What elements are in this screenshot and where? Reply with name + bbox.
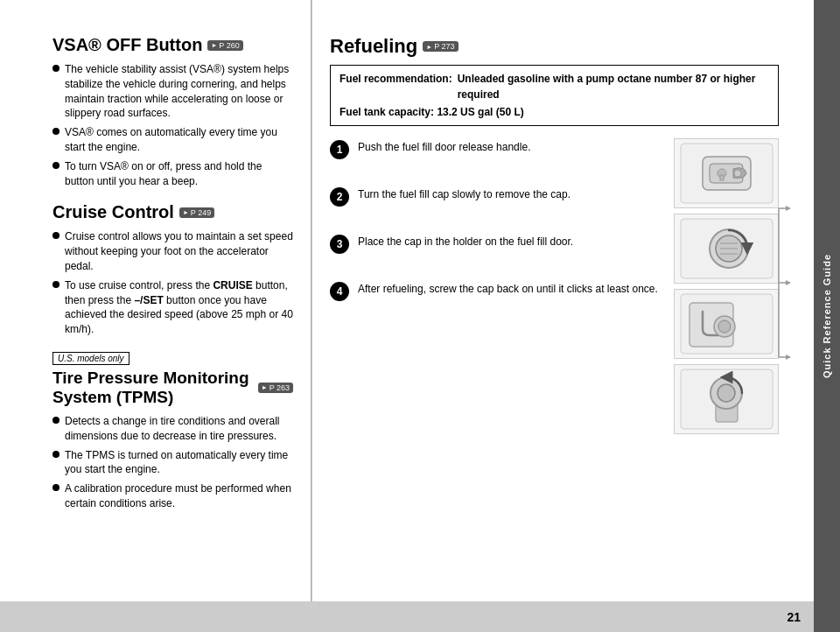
step-4: 4 After refueling, screw the cap back on…	[330, 280, 674, 301]
vsa-title: VSA® OFF Button P 260	[52, 35, 293, 55]
step-3: 3 Place the cap in the holder on the fue…	[330, 233, 674, 254]
step-images	[674, 138, 779, 434]
step-4-image	[674, 364, 779, 434]
step-3-number: 3	[330, 235, 349, 254]
vsa-bullet-list: The vehicle stability assist (VSA®) syst…	[52, 62, 293, 188]
step-2-image	[674, 214, 779, 284]
cruise-page-ref: P 249	[179, 207, 214, 218]
bullet-dot	[52, 232, 60, 239]
vsa-bullet-3: To turn VSA® on or off, press and hold t…	[52, 159, 293, 189]
cap-holder-illustration	[676, 290, 777, 358]
sidebar: Quick Reference Guide	[814, 0, 840, 632]
step-2-number: 2	[330, 187, 349, 207]
vsa-page-ref: P 260	[207, 40, 242, 51]
step-1-text: Push the fuel fill door release handle.	[358, 138, 674, 155]
step-4-number: 4	[330, 282, 349, 301]
cruise-title: Cruise Control P 249	[52, 202, 293, 222]
bullet-dot	[52, 281, 60, 288]
step-1-number: 1	[330, 140, 349, 159]
step-2-text: Turn the fuel fill cap slowly to remove …	[358, 186, 674, 202]
cruise-bullet-2: To use cruise control, press the CRUISE …	[52, 278, 293, 337]
tpms-bullet-2: The TPMS is turned on automatically ever…	[52, 448, 293, 478]
us-models-badge: U.S. models only	[52, 352, 130, 365]
cap-turn-illustration	[676, 214, 777, 283]
bullet-dot	[52, 484, 60, 491]
connector-arrow	[777, 173, 794, 395]
step-1: 1 Push the fuel fill door release handle…	[330, 138, 674, 159]
bullet-dot	[52, 451, 60, 458]
fuel-info-box: Fuel recommendation: Unleaded gasoline w…	[330, 65, 779, 126]
refueling-page-ref: P 273	[423, 41, 458, 52]
svg-rect-5	[720, 175, 724, 180]
steps-list: 1 Push the fuel fill door release handle…	[330, 138, 674, 434]
left-content: VSA® OFF Button P 260 The vehicle stabil…	[0, 0, 311, 632]
fuel-door-illustration	[676, 139, 777, 207]
vsa-section: VSA® OFF Button P 260 The vehicle stabil…	[52, 35, 293, 188]
cruise-bullet-1: Cruise control allows you to maintain a …	[52, 229, 293, 273]
bottom-bar: 21	[0, 601, 814, 632]
vsa-bullet-2: VSA® comes on automatically every time y…	[52, 125, 293, 155]
tpms-title: Tire Pressure Monitoring System (TPMS) P…	[52, 369, 293, 407]
cruise-section: Cruise Control P 249 Cruise control allo…	[52, 202, 293, 337]
tpms-bullet-1: Detects a change in tire conditions and …	[52, 414, 293, 444]
refueling-title: Refueling P 273	[330, 35, 779, 58]
tpms-bullet-3: A calibration procedure must be performe…	[52, 481, 293, 511]
step-3-text: Place the cap in the holder on the fuel …	[358, 233, 674, 249]
step-3-image	[674, 289, 779, 359]
page-number: 21	[787, 610, 801, 624]
fuel-recommendation: Fuel recommendation: Unleaded gasoline w…	[340, 71, 769, 102]
refueling-section: Refueling P 273 Fuel recommendation: Unl…	[330, 35, 779, 434]
svg-point-15	[718, 320, 731, 333]
step-1-image	[674, 138, 779, 208]
svg-point-19	[718, 384, 735, 402]
tpms-section: U.S. models only Tire Pressure Monitorin…	[52, 351, 293, 511]
tpms-bullet-list: Detects a change in tire conditions and …	[52, 414, 293, 511]
fuel-recommendation-value: Unleaded gasoline with a pump octane num…	[458, 71, 769, 102]
sidebar-label: Quick Reference Guide	[822, 254, 832, 378]
right-content: Refueling P 273 Fuel recommendation: Unl…	[312, 0, 814, 632]
svg-point-3	[734, 170, 741, 177]
tpms-page-ref: P 263	[258, 383, 293, 393]
bullet-dot	[52, 162, 60, 169]
step-2: 2 Turn the fuel fill cap slowly to remov…	[330, 186, 674, 207]
bullet-dot	[52, 417, 60, 424]
fuel-recommendation-label: Fuel recommendation:	[340, 71, 452, 102]
cruise-bullet-list: Cruise control allows you to maintain a …	[52, 229, 293, 337]
step-4-text: After refueling, screw the cap back on u…	[358, 280, 674, 297]
svg-marker-25	[786, 280, 791, 285]
vsa-bullet-1: The vehicle stability assist (VSA®) syst…	[52, 62, 293, 121]
bullet-dot	[52, 65, 60, 72]
svg-marker-26	[786, 355, 791, 360]
fuel-capacity-line: Fuel tank capacity: 13.2 US gal (50 L)	[340, 104, 769, 120]
screw-cap-illustration	[676, 365, 777, 433]
bullet-dot	[52, 128, 60, 135]
steps-with-images: 1 Push the fuel fill door release handle…	[330, 138, 779, 434]
svg-marker-24	[786, 206, 791, 211]
